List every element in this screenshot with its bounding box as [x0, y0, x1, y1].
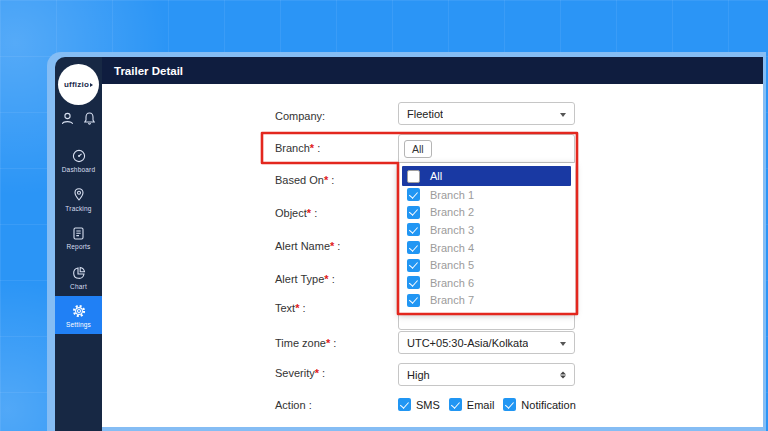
main-panel: Trailer Detail Company: Branch* : Based …: [102, 57, 763, 427]
timezone-select-value: UTC+05:30-Asia/Kolkata: [399, 337, 528, 349]
dropdown-option-branch[interactable]: Branch 1: [402, 186, 571, 204]
sidebar-item-label: Chart: [70, 283, 87, 290]
checkbox-checked-icon[interactable]: [407, 241, 420, 254]
sidebar-item-label: Tracking: [65, 205, 91, 212]
branch-selected-chip[interactable]: All: [404, 140, 432, 158]
action-checkbox-notification[interactable]: Notification: [503, 398, 575, 411]
chevron-down-icon: [560, 342, 566, 346]
field-label-text: Text* :: [275, 302, 306, 314]
reports-icon: [71, 226, 86, 241]
bell-icon[interactable]: [82, 111, 97, 126]
field-label-based-on: Based On* :: [275, 174, 334, 186]
action-checkbox-sms[interactable]: SMS: [398, 398, 440, 411]
sidebar-item-label: Settings: [66, 321, 91, 328]
dropdown-option-branch[interactable]: Branch 4: [402, 239, 571, 257]
sidebar-top-icons: [55, 111, 102, 126]
branch-dropdown-panel: All Branch 1 Branch 2 Branch 3: [398, 163, 575, 313]
field-label-action: Action :: [275, 399, 312, 411]
checkbox-checked-icon[interactable]: [449, 398, 462, 411]
page-background: uffizio: [0, 0, 768, 431]
form-content: Company: Branch* : Based On* : Object* :…: [102, 84, 763, 427]
logo-arrow-icon: [90, 83, 93, 87]
dropdown-option-branch[interactable]: Branch 5: [402, 256, 571, 274]
sidebar-item-label: Dashboard: [62, 166, 96, 173]
company-select[interactable]: Fleetiot: [398, 102, 575, 125]
field-label-company: Company:: [275, 110, 325, 122]
branch-multiselect[interactable]: All: [398, 134, 575, 163]
sidebar: uffizio: [55, 57, 102, 431]
tracking-pin-icon: [71, 187, 87, 203]
timezone-select[interactable]: UTC+05:30-Asia/Kolkata: [398, 331, 575, 354]
checkbox-checked-icon[interactable]: [407, 259, 420, 272]
field-label-object: Object* :: [275, 207, 317, 219]
sidebar-item-reports[interactable]: Reports: [55, 221, 102, 255]
sidebar-item-label: Reports: [66, 243, 90, 250]
checkbox-checked-icon[interactable]: [398, 398, 411, 411]
field-label-alert-type: Alert Type* :: [275, 273, 335, 285]
checkbox-checked-icon[interactable]: [407, 188, 420, 201]
dashboard-icon: [71, 148, 87, 164]
app-window-inner: uffizio: [55, 57, 763, 431]
checkbox-checked-icon[interactable]: [407, 294, 420, 307]
checkbox-checked-icon[interactable]: [503, 398, 516, 411]
chart-pie-icon: [71, 265, 87, 281]
dropdown-option-all[interactable]: All: [402, 166, 571, 186]
sidebar-item-dashboard[interactable]: Dashboard: [55, 143, 102, 177]
checkbox-unchecked-icon[interactable]: [407, 170, 420, 183]
titlebar: Trailer Detail: [102, 57, 763, 84]
dropdown-option-branch[interactable]: Branch 3: [402, 221, 571, 239]
sidebar-item-chart[interactable]: Chart: [55, 260, 102, 294]
dropdown-option-branch[interactable]: Branch 7: [402, 291, 571, 309]
sidebar-item-tracking[interactable]: Tracking: [55, 182, 102, 216]
field-label-severity: Severity* :: [275, 367, 325, 379]
field-label-branch: Branch* :: [275, 142, 320, 154]
sidebar-item-settings[interactable]: Settings: [55, 296, 102, 334]
dropdown-option-branch[interactable]: Branch 6: [402, 274, 571, 292]
action-checkbox-email[interactable]: Email: [449, 398, 495, 411]
checkbox-checked-icon[interactable]: [407, 206, 420, 219]
logo-text: uffizio: [64, 80, 89, 89]
user-icon[interactable]: [60, 111, 75, 126]
company-select-value: Fleetiot: [399, 108, 443, 120]
action-checkbox-group: SMS Email Notification: [398, 398, 576, 411]
app-window: uffizio: [47, 52, 766, 431]
field-label-timezone: Time zone* :: [275, 337, 336, 349]
checkbox-checked-icon[interactable]: [407, 223, 420, 236]
page-title: Trailer Detail: [102, 65, 183, 77]
severity-select-value: High: [399, 369, 430, 381]
field-label-alert-name: Alert Name* :: [275, 240, 340, 252]
settings-gear-icon: [71, 303, 87, 319]
updown-spinner-icon: [560, 371, 566, 378]
chevron-down-icon: [560, 113, 566, 117]
logo[interactable]: uffizio: [58, 64, 99, 105]
severity-select[interactable]: High: [398, 363, 575, 386]
checkbox-checked-icon[interactable]: [407, 276, 420, 289]
dropdown-option-branch[interactable]: Branch 2: [402, 204, 571, 222]
